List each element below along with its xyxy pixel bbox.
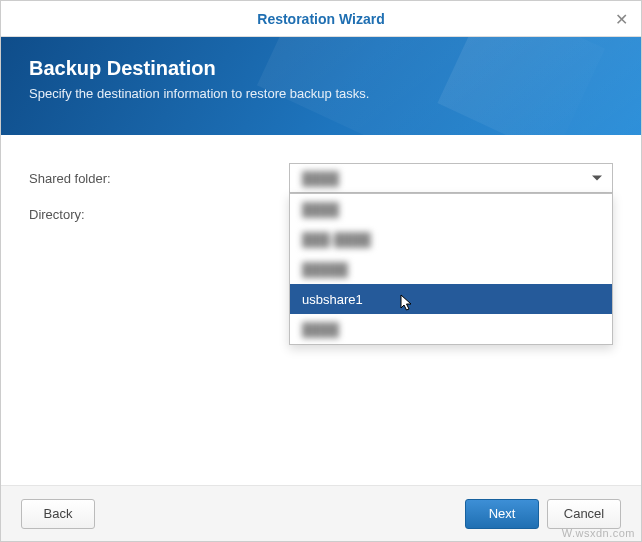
close-button[interactable]: ✕ bbox=[601, 1, 641, 37]
restoration-wizard-window: Restoration Wizard ✕ Backup Destination … bbox=[0, 0, 642, 542]
dropdown-option-3[interactable]: usbshare1 bbox=[290, 284, 612, 314]
cancel-button[interactable]: Cancel bbox=[547, 499, 621, 529]
banner-heading: Backup Destination bbox=[29, 57, 613, 80]
banner: Backup Destination Specify the destinati… bbox=[1, 37, 641, 135]
shared-folder-dropdown: ███████-█████████usbshare1████ bbox=[289, 193, 613, 345]
dropdown-option-label: ████ bbox=[302, 202, 339, 217]
content-area: Shared folder: ████ ███████-█████████usb… bbox=[1, 135, 641, 485]
dropdown-option-1[interactable]: ███-████ bbox=[290, 224, 612, 254]
shared-folder-select-wrap: ████ ███████-█████████usbshare1████ bbox=[289, 163, 613, 193]
titlebar: Restoration Wizard ✕ bbox=[1, 1, 641, 37]
back-button[interactable]: Back bbox=[21, 499, 95, 529]
dropdown-option-label: usbshare1 bbox=[302, 292, 363, 307]
next-button[interactable]: Next bbox=[465, 499, 539, 529]
dropdown-option-label: ████ bbox=[302, 322, 339, 337]
dropdown-option-2[interactable]: █████ bbox=[290, 254, 612, 284]
shared-folder-select[interactable]: ████ bbox=[289, 163, 613, 193]
shared-folder-selected-value: ████ bbox=[302, 171, 339, 186]
directory-label: Directory: bbox=[29, 207, 289, 222]
window-title: Restoration Wizard bbox=[257, 11, 384, 27]
dropdown-option-label: ███-████ bbox=[302, 232, 371, 247]
shared-folder-row: Shared folder: ████ ███████-█████████usb… bbox=[29, 163, 613, 193]
close-icon: ✕ bbox=[615, 10, 628, 29]
footer: Back Next Cancel bbox=[1, 485, 641, 541]
dropdown-option-4[interactable]: ████ bbox=[290, 314, 612, 344]
chevron-down-icon bbox=[592, 176, 602, 181]
dropdown-option-label: █████ bbox=[302, 262, 348, 277]
banner-subheading: Specify the destination information to r… bbox=[29, 86, 613, 101]
dropdown-option-0[interactable]: ████ bbox=[290, 194, 612, 224]
shared-folder-label: Shared folder: bbox=[29, 171, 289, 186]
